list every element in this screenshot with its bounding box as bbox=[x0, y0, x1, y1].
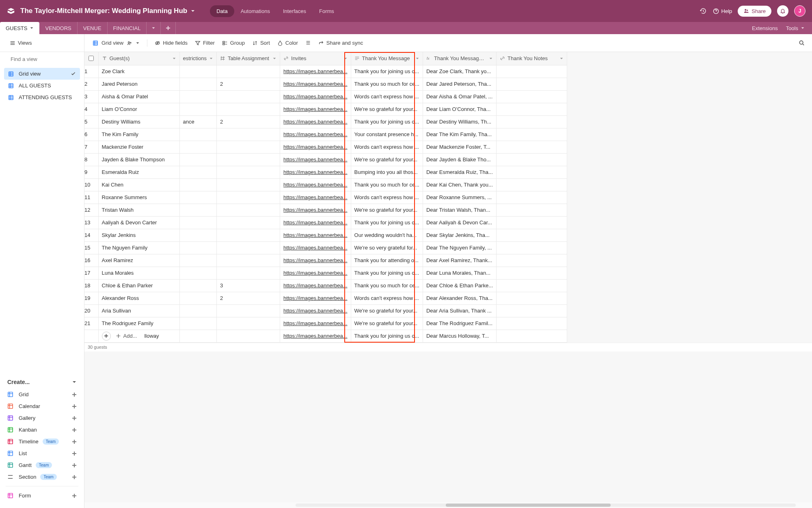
cell-invites[interactable]: https://images.bannerbea... bbox=[280, 229, 351, 241]
cell-restrictions[interactable] bbox=[179, 90, 217, 103]
cell-thank-you-image[interactable]: Dear Luna Morales, Than... bbox=[423, 267, 496, 279]
view-item[interactable]: ALL GUESTS bbox=[4, 80, 80, 91]
cell-table-assignment[interactable] bbox=[217, 166, 280, 178]
cell-invites[interactable]: https://images.bannerbea... bbox=[280, 128, 351, 141]
cell-invites[interactable]: https://images.bannerbea... bbox=[280, 191, 351, 204]
group-button[interactable]: Group bbox=[219, 38, 248, 48]
cell-invites[interactable]: https://images.bannerbea... bbox=[280, 267, 351, 279]
help-button[interactable]: Help bbox=[713, 8, 732, 14]
cell-table-assignment[interactable] bbox=[217, 254, 280, 267]
cell-table-assignment[interactable] bbox=[217, 229, 280, 241]
cell-restrictions[interactable] bbox=[179, 292, 217, 304]
cell-restrictions[interactable] bbox=[179, 216, 217, 229]
create-option[interactable]: Gallery bbox=[6, 412, 78, 424]
cell-thank-you-message[interactable]: We're so grateful for your... bbox=[351, 153, 423, 166]
cell-guest[interactable]: Aria Sullivan bbox=[98, 304, 179, 317]
cell-guest[interactable]: Roxanne Summers bbox=[98, 191, 179, 204]
cell-thank-you-notes[interactable] bbox=[497, 103, 567, 115]
cell-guest[interactable]: Liam O'Connor bbox=[98, 103, 179, 115]
cell-restrictions[interactable] bbox=[179, 317, 217, 330]
cell-thank-you-image[interactable]: Dear Skylar Jenkins, Tha... bbox=[423, 229, 496, 241]
cell-restrictions[interactable] bbox=[179, 153, 217, 166]
views-toggle[interactable]: Views bbox=[6, 38, 35, 48]
cell-thank-you-message[interactable]: Thank you for joining us o... bbox=[351, 267, 423, 279]
cell-restrictions[interactable] bbox=[179, 267, 217, 279]
cell-thank-you-image[interactable]: Dear The Nguyen Family, ... bbox=[423, 241, 496, 254]
table-row[interactable]: 15 The Nguyen Family https://images.bann… bbox=[84, 241, 567, 254]
plus-icon[interactable] bbox=[72, 392, 77, 397]
cell-invites[interactable]: https://images.bannerbea... bbox=[280, 304, 351, 317]
view-item[interactable]: Grid view bbox=[4, 68, 80, 80]
cell-guest[interactable]: The Kim Family bbox=[98, 128, 179, 141]
color-button[interactable]: Color bbox=[274, 38, 301, 48]
view-item[interactable]: ATTENDING GUESTS bbox=[4, 91, 80, 103]
cell-thank-you-message[interactable]: Thank you for joining us o... bbox=[351, 65, 423, 78]
create-section-header[interactable]: Create... bbox=[6, 376, 78, 389]
plus-icon[interactable] bbox=[72, 404, 77, 409]
cell-thank-you-notes[interactable] bbox=[497, 166, 567, 178]
cell-restrictions[interactable] bbox=[179, 178, 217, 191]
cell-thank-you-notes[interactable] bbox=[497, 128, 567, 141]
cell-invites[interactable]: https://images.bannerbea... bbox=[280, 115, 351, 128]
cell-table-assignment[interactable]: 2 bbox=[217, 292, 280, 304]
hide-fields-button[interactable]: Hide fields bbox=[151, 38, 191, 48]
cell-invites[interactable]: https://images.bannerbea... bbox=[280, 103, 351, 115]
cell-table-assignment[interactable] bbox=[217, 128, 280, 141]
cell-guest[interactable]: Skylar Jenkins bbox=[98, 229, 179, 241]
cell-thank-you-notes[interactable] bbox=[497, 178, 567, 191]
cell-thank-you-notes[interactable] bbox=[497, 317, 567, 330]
cell-restrictions[interactable] bbox=[179, 128, 217, 141]
cell-guest[interactable]: Destiny Williams bbox=[98, 115, 179, 128]
cell-thank-you-notes[interactable] bbox=[497, 65, 567, 78]
cell-invites[interactable]: https://images.bannerbea... bbox=[280, 279, 351, 292]
create-option[interactable]: SectionTeam bbox=[6, 471, 78, 483]
views-search[interactable] bbox=[0, 52, 84, 66]
cell-invites[interactable]: https://images.bannerbea... bbox=[280, 141, 351, 153]
cell-table-assignment[interactable] bbox=[217, 103, 280, 115]
filter-button[interactable]: Filter bbox=[192, 38, 218, 48]
cell-guest[interactable]: Zoe Clark bbox=[98, 65, 179, 78]
cell-thank-you-message[interactable]: Thank you so much for ce... bbox=[351, 78, 423, 90]
column-header-thank-you-notes[interactable]: Thank You Notes bbox=[497, 52, 567, 65]
share-button[interactable]: Share bbox=[738, 6, 771, 17]
cell-thank-you-image[interactable]: Dear Tristan Walsh, Than... bbox=[423, 204, 496, 216]
cell-thank-you-image[interactable]: Dear Destiny Williams, Th... bbox=[423, 115, 496, 128]
cell-table-assignment[interactable] bbox=[217, 304, 280, 317]
cell-invites[interactable]: https://images.bannerbea... bbox=[280, 178, 351, 191]
cell-restrictions[interactable] bbox=[179, 141, 217, 153]
table-row[interactable]: 17 Luna Morales https://images.bannerbea… bbox=[84, 267, 567, 279]
search-button[interactable] bbox=[796, 37, 807, 48]
cell-restrictions[interactable] bbox=[179, 191, 217, 204]
cell-thank-you-message[interactable]: Bumping into you all thos... bbox=[351, 166, 423, 178]
notifications-button[interactable] bbox=[777, 5, 788, 17]
cell-thank-you-notes[interactable] bbox=[497, 304, 567, 317]
cell-thank-you-image[interactable]: Dear Jayden & Blake Tho... bbox=[423, 153, 496, 166]
view-selector[interactable]: Grid view bbox=[89, 38, 143, 48]
cell-thank-you-notes[interactable] bbox=[497, 229, 567, 241]
cell-restrictions[interactable] bbox=[179, 78, 217, 90]
cell-thank-you-image[interactable]: Dear Zoe Clark, Thank yo... bbox=[423, 65, 496, 78]
cell-thank-you-image[interactable]: Dear The Rodriguez Famil... bbox=[423, 317, 496, 330]
cell-thank-you-notes[interactable] bbox=[497, 191, 567, 204]
cell-guest[interactable]: The Nguyen Family bbox=[98, 241, 179, 254]
table-row[interactable]: 2 Jared Peterson 2 https://images.banner… bbox=[84, 78, 567, 90]
cell-thank-you-image[interactable]: Dear Roxanne Summers, ... bbox=[423, 191, 496, 204]
table-row[interactable]: 21 The Rodriguez Family https://images.b… bbox=[84, 317, 567, 330]
cell-thank-you-message[interactable]: We're so very grateful for... bbox=[351, 241, 423, 254]
extensions-button[interactable]: Extensions bbox=[752, 25, 778, 31]
cell-thank-you-image[interactable]: Dear The Kim Family, Tha... bbox=[423, 128, 496, 141]
cell-guest[interactable]: Aisha & Omar Patel bbox=[98, 90, 179, 103]
cell-thank-you-notes[interactable] bbox=[497, 90, 567, 103]
horizontal-scrollbar[interactable] bbox=[84, 502, 812, 508]
create-option[interactable]: Grid bbox=[6, 389, 78, 400]
plus-icon[interactable] bbox=[72, 493, 77, 498]
add-button[interactable]: Add... bbox=[116, 333, 137, 339]
cell-guest[interactable]: Chloe & Ethan Parker bbox=[98, 279, 179, 292]
table-row[interactable]: 7 Mackenzie Foster https://images.banner… bbox=[84, 141, 567, 153]
create-option[interactable]: GanttTeam bbox=[6, 459, 78, 471]
plus-icon[interactable] bbox=[72, 475, 77, 480]
create-option[interactable]: TimelineTeam bbox=[6, 436, 78, 447]
column-header-thank-you-image[interactable]: fxThank You Messag… bbox=[423, 52, 496, 65]
row-height-button[interactable] bbox=[302, 38, 314, 48]
create-option[interactable]: Form bbox=[6, 490, 78, 501]
